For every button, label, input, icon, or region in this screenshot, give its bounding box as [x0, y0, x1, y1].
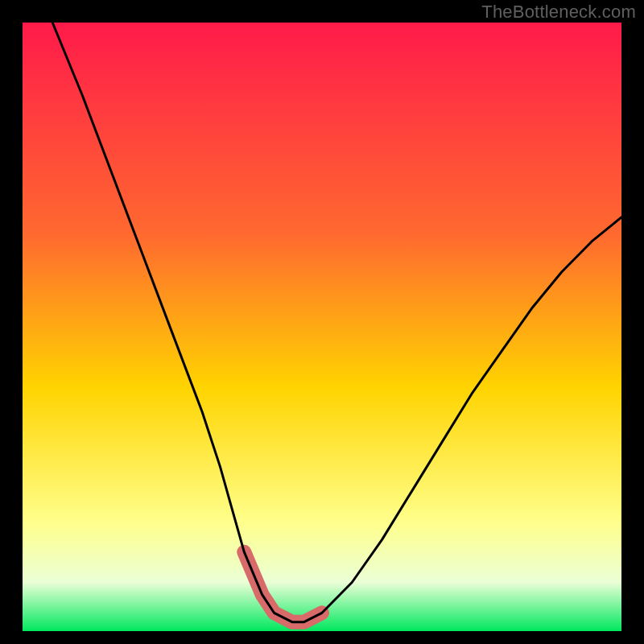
chart-container: { "watermark": "TheBottleneck.com", "col… [0, 0, 644, 644]
bottleneck-chart [0, 0, 644, 644]
plot-gradient-background [23, 23, 621, 631]
watermark-text: TheBottleneck.com [481, 2, 636, 23]
